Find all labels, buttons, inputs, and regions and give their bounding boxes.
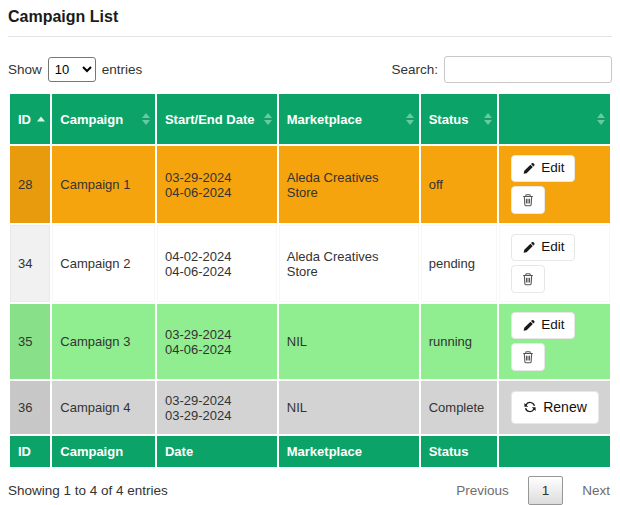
- start-date: 04-02-2024: [165, 249, 269, 264]
- cell-dates: 03-29-2024 04-06-2024: [157, 304, 277, 379]
- cell-id: 28: [10, 146, 50, 223]
- delete-button[interactable]: [511, 186, 545, 214]
- cell-campaign: Campaign 4: [52, 381, 155, 434]
- delete-button[interactable]: [511, 265, 545, 293]
- cell-status: running: [421, 304, 498, 379]
- sort-arrows-icon: [597, 113, 605, 125]
- trash-icon: [521, 350, 535, 364]
- table-header-row: ID Campaign Start/End Date Marketplace S…: [10, 94, 610, 144]
- sort-arrows-icon: [264, 113, 272, 125]
- edit-button[interactable]: Edit: [511, 234, 575, 261]
- cell-campaign: Campaign 2: [52, 225, 155, 302]
- cell-dates: 03-29-2024 03-29-2024: [157, 381, 277, 434]
- start-date: 03-29-2024: [165, 393, 269, 408]
- column-header-label: Campaign: [60, 112, 123, 127]
- table-footer-row: ID Campaign Date Marketplace Status: [10, 436, 610, 467]
- search-label: Search:: [391, 62, 438, 77]
- cell-actions: Edit: [499, 146, 610, 223]
- next-page-button[interactable]: Next: [580, 478, 612, 503]
- footer-date: Date: [157, 436, 277, 467]
- sort-asc-icon: [37, 117, 45, 122]
- edit-button-label: Edit: [541, 318, 564, 333]
- footer-status: Status: [421, 436, 498, 467]
- end-date: 03-29-2024: [165, 408, 269, 423]
- delete-button[interactable]: [511, 343, 545, 371]
- column-header-marketplace[interactable]: Marketplace: [279, 94, 419, 144]
- table-row-campaign-2: 34 Campaign 2 04-02-2024 04-06-2024 Aled…: [10, 225, 610, 302]
- cell-campaign: Campaign 3: [52, 304, 155, 379]
- table-info-bar: Showing 1 to 4 of 4 entries Previous 1 N…: [8, 476, 612, 505]
- column-header-status[interactable]: Status: [421, 94, 498, 144]
- campaign-table: ID Campaign Start/End Date Marketplace S…: [8, 92, 612, 469]
- footer-campaign: Campaign: [52, 436, 155, 467]
- start-date: 03-29-2024: [165, 170, 269, 185]
- cell-marketplace: Aleda Creatives Store: [279, 225, 419, 302]
- sort-arrows-icon: [484, 113, 492, 125]
- table-controls: Show 10 entries Search:: [8, 56, 612, 83]
- sort-arrows-icon: [142, 113, 150, 125]
- table-row-campaign-3: 35 Campaign 3 03-29-2024 04-06-2024 NIL …: [10, 304, 610, 379]
- show-label: Show: [8, 62, 42, 77]
- cell-id: 35: [10, 304, 50, 379]
- pagination: Previous 1 Next: [454, 476, 612, 505]
- cell-dates: 04-02-2024 04-06-2024: [157, 225, 277, 302]
- column-header-id[interactable]: ID: [10, 94, 50, 144]
- cell-marketplace: NIL: [279, 381, 419, 434]
- column-header-dates[interactable]: Start/End Date: [157, 94, 277, 144]
- column-header-label: Marketplace: [287, 112, 362, 127]
- renew-button[interactable]: Renew: [511, 391, 599, 424]
- edit-button-label: Edit: [541, 240, 564, 255]
- column-header-label: Start/End Date: [165, 112, 255, 127]
- start-date: 03-29-2024: [165, 327, 269, 342]
- renew-button-label: Renew: [543, 400, 587, 415]
- edit-button-label: Edit: [541, 161, 564, 176]
- end-date: 04-06-2024: [165, 185, 269, 200]
- page-size-select[interactable]: 10: [48, 57, 96, 82]
- page-length-control: Show 10 entries: [8, 57, 142, 82]
- footer-marketplace: Marketplace: [279, 436, 419, 467]
- pencil-icon: [522, 241, 535, 254]
- cell-dates: 03-29-2024 04-06-2024: [157, 146, 277, 223]
- column-header-label: ID: [18, 112, 31, 127]
- footer-id: ID: [10, 436, 50, 467]
- cell-actions: Renew: [499, 381, 610, 434]
- entries-info: Showing 1 to 4 of 4 entries: [8, 483, 168, 498]
- cell-actions: Edit: [499, 304, 610, 379]
- footer-actions: [499, 436, 610, 467]
- pencil-icon: [522, 319, 535, 332]
- search-input[interactable]: [444, 56, 612, 83]
- pencil-icon: [522, 162, 535, 175]
- cell-id: 34: [10, 225, 50, 302]
- end-date: 04-06-2024: [165, 264, 269, 279]
- cell-status: Complete: [421, 381, 498, 434]
- table-row-campaign-1: 28 Campaign 1 03-29-2024 04-06-2024 Aled…: [10, 146, 610, 223]
- cell-status: pending: [421, 225, 498, 302]
- trash-icon: [521, 193, 535, 207]
- trash-icon: [521, 272, 535, 286]
- search-control: Search:: [391, 56, 612, 83]
- refresh-icon: [523, 400, 537, 414]
- cell-actions: Edit: [499, 225, 610, 302]
- cell-marketplace: Aleda Creatives Store: [279, 146, 419, 223]
- table-row-campaign-4: 36 Campaign 4 03-29-2024 03-29-2024 NIL …: [10, 381, 610, 434]
- end-date: 04-06-2024: [165, 342, 269, 357]
- entries-label: entries: [102, 62, 143, 77]
- previous-page-button[interactable]: Previous: [454, 478, 511, 503]
- title-divider: [8, 36, 612, 37]
- column-header-campaign[interactable]: Campaign: [52, 94, 155, 144]
- page-number-button[interactable]: 1: [528, 476, 564, 505]
- sort-arrows-icon: [406, 113, 414, 125]
- page-title: Campaign List: [8, 8, 612, 26]
- cell-id: 36: [10, 381, 50, 434]
- cell-status: off: [421, 146, 498, 223]
- column-header-actions[interactable]: [499, 94, 610, 144]
- edit-button[interactable]: Edit: [511, 155, 575, 182]
- edit-button[interactable]: Edit: [511, 312, 575, 339]
- cell-marketplace: NIL: [279, 304, 419, 379]
- column-header-label: Status: [429, 112, 469, 127]
- page-container: Campaign List Show 10 entries Search: ID: [0, 0, 620, 505]
- cell-campaign: Campaign 1: [52, 146, 155, 223]
